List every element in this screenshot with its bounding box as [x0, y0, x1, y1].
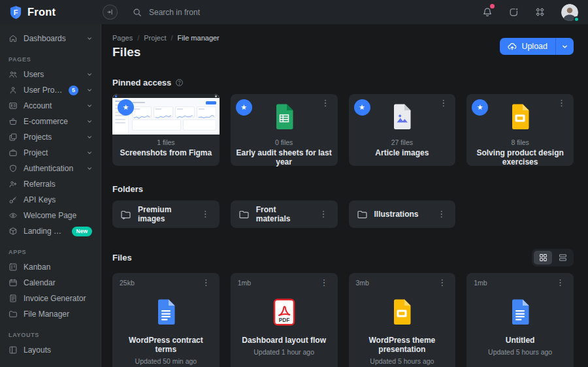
sidebar-item-landing-page[interactable]: Landing Page New [0, 223, 101, 239]
kebab-menu-icon[interactable]: ⋮ [554, 277, 566, 289]
question-circle-icon[interactable] [175, 78, 184, 87]
kebab-menu-icon[interactable]: ⋮ [435, 208, 448, 220]
person-icon [8, 86, 18, 95]
pinned-card-early-audit-sheets[interactable]: ★ ⋮ 0 files Early audit sheets for last … [231, 94, 338, 166]
sidebar-item-calendar[interactable]: Calendar [0, 275, 101, 291]
pinned-card-product-design-exercises[interactable]: ★ ⋮ 8 files Solving product design exerc… [466, 94, 574, 166]
sidebar-item-label: Dashboards [24, 34, 81, 43]
new-badge: New [72, 227, 92, 236]
package-icon [8, 227, 18, 236]
upload-dropdown-button[interactable] [555, 38, 574, 55]
file-size: 25kb [120, 279, 135, 287]
breadcrumb-separator: / [171, 34, 173, 42]
kebab-menu-icon[interactable]: ⋮ [319, 97, 332, 109]
sidebar-item-users[interactable]: Users [0, 67, 101, 82]
file-card-wordpress-contract-terms[interactable]: 25kb ⋮ WordPress contract terms Updated … [112, 273, 220, 367]
kebab-menu-icon[interactable]: ⋮ [437, 97, 449, 109]
breadcrumb-project[interactable]: Project [144, 34, 166, 42]
file-count: 0 files [231, 138, 338, 146]
files-title: Files [112, 253, 132, 263]
breadcrumb-current: File manager [178, 34, 220, 42]
breadcrumb: Pages / Project / File manager [112, 34, 220, 42]
folder-name: Premium images [138, 205, 193, 223]
sidebar-item-welcome-page[interactable]: Welcome Page [0, 208, 101, 223]
google-docs-icon [151, 297, 181, 327]
sidebar-item-referrals[interactable]: Referrals [0, 176, 101, 192]
folder-icon [238, 209, 250, 220]
file-card-untitled[interactable]: 1mb ⋮ Untitled Updated 5 hours ago [466, 273, 574, 367]
person-plus-icon [8, 180, 18, 189]
page-header: Pages / Project / File manager Files Upl… [112, 34, 574, 59]
sidebar-item-layouts[interactable]: Layouts [0, 342, 101, 358]
kebab-menu-icon[interactable]: ⋮ [555, 97, 568, 109]
sidebar-item-label: Account [24, 101, 81, 110]
chevron-down-icon [87, 119, 92, 124]
file-card-wordpress-theme-presentation[interactable]: 3mb ⋮ WordPress theme presentation Updat… [349, 273, 456, 367]
file-updated: Updated 5 hours ago [356, 357, 449, 365]
breadcrumb-separator: / [137, 34, 139, 42]
search-input[interactable] [148, 7, 268, 18]
brand[interactable]: F Front [0, 0, 101, 24]
folder-icon [357, 209, 368, 220]
pinned-access-section: Pinned access ★ [112, 78, 574, 166]
sidebar-item-label: API Keys [24, 195, 92, 204]
file-count: 8 files [466, 138, 574, 146]
kebab-menu-icon[interactable]: ⋮ [318, 208, 330, 220]
kebab-menu-icon[interactable]: ⋮ [199, 208, 212, 220]
list-view-icon [559, 253, 567, 262]
online-status-dot [574, 16, 580, 22]
chevron-down-icon [87, 103, 92, 108]
whats-new-button[interactable] [509, 7, 519, 17]
user-avatar[interactable] [561, 4, 578, 21]
apps-launcher-button[interactable] [535, 7, 545, 17]
view-toggle [532, 249, 574, 266]
sidebar-collapse-button[interactable] [103, 5, 118, 20]
file-size: 1mb [474, 279, 487, 287]
grid-view-button[interactable] [534, 251, 552, 264]
star-badge-icon[interactable]: ★ [354, 99, 370, 116]
sidebar-item-label: Calendar [24, 278, 92, 287]
sidebar-item-label: Kanban [24, 263, 92, 272]
sidebar-section-layouts: LAYOUTS [0, 322, 101, 342]
kebab-menu-icon[interactable]: ⋮ [436, 277, 448, 289]
sidebar-item-label: Welcome Page [24, 211, 92, 220]
folder-card-illustrations[interactable]: Illustrations ⋮ [349, 200, 456, 228]
list-view-button[interactable] [553, 251, 572, 264]
folder-card-premium-images[interactable]: Premium images ⋮ [112, 200, 220, 228]
file-count: 27 files [349, 138, 456, 146]
pinned-card-article-images[interactable]: ★ ⋮ 27 files Article images [349, 94, 456, 166]
sidebar-item-projects[interactable]: Projects [0, 129, 101, 145]
star-badge-icon[interactable]: ★ [236, 99, 252, 116]
star-badge-icon[interactable]: ★ [118, 99, 134, 116]
file-title: Untitled [474, 336, 566, 345]
sidebar-item-file-manager[interactable]: File Manager [0, 306, 101, 322]
upload-button[interactable]: Upload [500, 38, 555, 55]
sidebar-item-account[interactable]: Account [0, 98, 101, 114]
file-card-dashboard-layout-flow[interactable]: 1mb ⋮ PDF Dashboard layout flow Updated … [231, 273, 338, 367]
global-search[interactable] [133, 7, 268, 18]
folder-card-front-materials[interactable]: Front materials ⋮ [231, 200, 338, 228]
star-badge-icon[interactable]: ★ [472, 99, 488, 116]
sidebar-item-dashboards[interactable]: Dashboards [0, 31, 101, 46]
sidebar-item-invoice-generator[interactable]: Invoice Generator [0, 291, 101, 306]
kebab-menu-icon[interactable]: ⋮ [200, 277, 212, 289]
sidebar-item-ecommerce[interactable]: E-commerce [0, 114, 101, 129]
breadcrumb-pages[interactable]: Pages [112, 34, 133, 42]
image-file-icon [387, 102, 417, 132]
folder-plus-icon [120, 209, 131, 220]
files-section: Files [112, 249, 574, 367]
sidebar-item-user-profile[interactable]: User Profile 5 [0, 82, 101, 98]
apps-icon [535, 7, 545, 17]
sidebar-item-kanban[interactable]: Kanban [0, 259, 101, 275]
folder-name: Illustrations [374, 210, 429, 219]
notifications-button[interactable] [482, 7, 493, 18]
sidebar-item-api-keys[interactable]: API Keys [0, 192, 101, 208]
pinned-access-title: Pinned access [112, 78, 171, 88]
kebab-menu-icon[interactable]: ⋮ [318, 277, 331, 289]
brand-name: Front [27, 6, 56, 18]
file-manager-app: F Front [0, 0, 588, 367]
sidebar-item-authentication[interactable]: Authentication [0, 161, 101, 176]
key-icon [8, 195, 18, 204]
sidebar-item-project[interactable]: Project [0, 145, 101, 161]
pinned-card-screenshots-from-figma[interactable]: ★ [112, 94, 220, 166]
